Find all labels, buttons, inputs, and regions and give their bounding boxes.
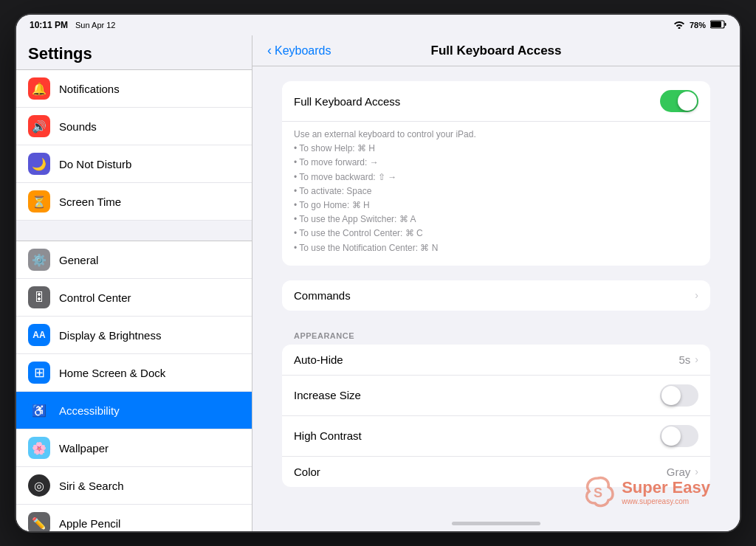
sidebar-item-notifications[interactable]: 🔔 Notifications [16,70,252,108]
sidebar-item-displaybrightness[interactable]: AA Display & Brightness [16,317,252,354]
highcontrast-label: High Contrast [294,429,362,442]
keyboard-access-toggle-row: Full Keyboard Access [282,81,710,122]
sidebar: Settings 🔔 Notifications 🔊 Sounds 🌙 Do N… [16,35,252,531]
increasesize-toggle[interactable] [660,384,698,407]
status-bar: 10:11 PM Sun Apr 12 78% [16,15,740,35]
notifications-label: Notifications [59,83,120,95]
sidebar-item-controlcenter[interactable]: 🎛 Control Center [16,279,252,317]
sidebar-item-homescreen[interactable]: ⊞ Home Screen & Dock [16,354,252,392]
highcontrast-row: High Contrast [282,416,710,457]
displaybrightness-label: Display & Brightness [59,329,161,342]
sidebar-item-applepencil[interactable]: ✏️ Apple Pencil [16,505,252,531]
back-button[interactable]: ‹ Keyboards [267,43,331,58]
home-indicator-area [252,516,740,531]
screentime-label: Screen Time [59,196,121,208]
autohide-label: Auto-Hide [294,353,343,366]
main-content: Settings 🔔 Notifications 🔊 Sounds 🌙 Do N… [16,35,740,531]
increasesize-row: Increase Size [282,376,710,416]
sounds-icon: 🔊 [28,115,50,137]
sidebar-item-sounds[interactable]: 🔊 Sounds [16,108,252,145]
svg-text:S: S [594,485,602,500]
general-icon: ⚙️ [28,249,50,271]
sidebar-item-accessibility[interactable]: ♿ Accessibility [16,392,252,429]
general-label: General [59,254,98,266]
battery-icon [710,20,726,30]
keyboard-access-toggle[interactable] [660,90,698,112]
watermark-brand: Super Easy [622,478,710,497]
commands-chevron-icon: › [695,289,698,301]
keyboard-access-label: Full Keyboard Access [294,95,400,108]
sirisearch-label: Siri & Search [59,480,124,492]
display-icon: AA [28,324,50,346]
commands-label: Commands [294,289,351,302]
donotdisturb-label: Do Not Disturb [59,158,131,170]
detail-panel: ‹ Keyboards Full Keyboard Access Full Ke… [252,35,740,531]
controlcenter-icon: 🎛 [28,286,50,308]
homescreen-label: Home Screen & Dock [59,367,165,379]
toggle-thumb [678,91,697,111]
home-indicator [452,522,540,525]
autohide-value: 5s › [678,353,698,366]
homescreen-icon: ⊞ [28,362,50,384]
highcontrast-toggle[interactable] [660,425,698,447]
sidebar-title: Settings [16,35,252,70]
sidebar-item-donotdisturb[interactable]: 🌙 Do Not Disturb [16,145,252,183]
detail-header: ‹ Keyboards Full Keyboard Access [252,35,740,66]
notifications-icon: 🔔 [28,77,50,100]
sidebar-item-sirisearch[interactable]: ◎ Siri & Search [16,467,252,505]
controlcenter-label: Control Center [59,291,131,304]
siri-icon: ◎ [28,474,50,497]
svg-rect-2 [725,23,726,26]
sidebar-list: 🔔 Notifications 🔊 Sounds 🌙 Do Not Distur… [16,70,252,531]
keyboard-access-card: Full Keyboard Access Use an external key… [282,81,710,266]
accessibility-icon: ♿ [28,399,50,421]
sidebar-item-screentime[interactable]: ⏳ Screen Time [16,183,252,221]
autohide-row[interactable]: Auto-Hide 5s › [282,345,710,376]
sidebar-item-general[interactable]: ⚙️ General [16,241,252,279]
screentime-icon: ⏳ [28,190,50,212]
watermark-url: www.supereasy.com [622,497,710,505]
wifi-icon [673,20,685,30]
autohide-value-text: 5s [678,353,690,366]
increasesize-label: Increase Size [294,389,361,401]
increasesize-thumb [662,386,681,405]
watermark-text: Super Easy www.supereasy.com [622,478,710,505]
sidebar-section-2: ⚙️ General 🎛 Control Center AA Display &… [16,241,252,531]
donotdisturb-icon: 🌙 [28,153,50,175]
keyboard-description: Use an external keyboard to control your… [282,122,710,266]
status-right-icons: 78% [673,20,726,30]
sidebar-divider [16,221,252,241]
sidebar-section-1: 🔔 Notifications 🔊 Sounds 🌙 Do Not Distur… [16,70,252,221]
appearance-section-label: APPEARANCE [282,325,710,345]
color-label: Color [294,466,320,478]
status-date: Sun Apr 12 [75,21,115,30]
applepencil-icon: ✏️ [28,512,50,531]
status-time: 10:11 PM [30,20,68,30]
applepencil-label: Apple Pencil [59,517,120,530]
appearance-card: Auto-Hide 5s › Increase Size [282,345,710,487]
highcontrast-thumb [662,426,681,446]
watermark-logo: S [580,474,616,509]
sounds-label: Sounds [59,120,97,133]
detail-title: Full Keyboard Access [431,44,562,58]
watermark: S Super Easy www.supereasy.com [580,474,710,509]
back-label: Keyboards [275,44,331,58]
svg-rect-1 [711,21,721,27]
accessibility-label: Accessibility [59,404,120,417]
sidebar-item-wallpaper[interactable]: 🌸 Wallpaper [16,429,252,467]
autohide-chevron-icon: › [695,353,698,365]
wallpaper-label: Wallpaper [59,442,109,455]
commands-row[interactable]: Commands › [282,280,710,311]
back-chevron-icon: ‹ [267,43,272,58]
commands-card: Commands › [282,280,710,311]
detail-body: Full Keyboard Access Use an external key… [252,66,740,516]
battery-text: 78% [690,21,706,30]
wallpaper-icon: 🌸 [28,437,50,459]
